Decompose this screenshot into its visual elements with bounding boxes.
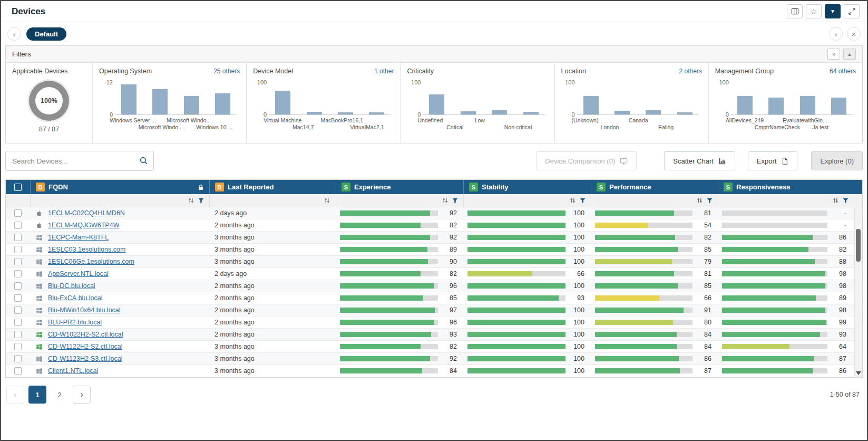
fqdn-link[interactable]: Blu-ExCA.blu.local — [48, 294, 103, 302]
row-checkbox[interactable] — [14, 319, 22, 326]
score-bar — [467, 223, 565, 228]
favorite-button[interactable]: ☆ — [806, 4, 822, 18]
score-value: 88 — [833, 258, 846, 265]
filter-bar[interactable] — [369, 112, 384, 114]
views-scroll-right-button[interactable]: › — [829, 27, 843, 41]
windows-os-icon — [35, 234, 43, 241]
filter-bar[interactable] — [800, 96, 815, 114]
filter-bar[interactable] — [646, 110, 661, 114]
applicable-devices-donut[interactable]: 100% — [29, 81, 69, 121]
fullscreen-button[interactable] — [844, 4, 860, 18]
view-tab-default[interactable]: Default — [26, 27, 66, 41]
search-input[interactable] — [5, 151, 154, 171]
column-header-fqdn[interactable]: D FQDN — [30, 180, 209, 194]
row-checkbox[interactable] — [14, 246, 22, 253]
view-close-button[interactable]: × — [847, 27, 861, 41]
fqdn-link[interactable]: 1ESLC06Ge.1esolutions.com — [48, 258, 134, 265]
filter-bar[interactable] — [215, 93, 230, 114]
filter-bar[interactable] — [677, 112, 693, 114]
last-reported-cell: 3 months ago — [209, 353, 336, 365]
filter-funnel-icon[interactable] — [452, 198, 458, 204]
fqdn-link[interactable]: AppServer.NTL.local — [48, 270, 109, 277]
filter-others-link[interactable]: 1 other — [374, 68, 394, 75]
sort-icon[interactable] — [569, 197, 576, 204]
filters-clear-button[interactable]: × — [827, 49, 840, 60]
views-scroll-left-button[interactable]: ‹ — [7, 27, 21, 41]
column-header-performance[interactable]: S Performance — [591, 180, 718, 194]
filter-bar[interactable] — [615, 111, 630, 114]
row-checkbox[interactable] — [14, 367, 22, 375]
filter-funnel-icon[interactable] — [707, 198, 713, 204]
sort-icon[interactable] — [188, 197, 194, 204]
filter-bar[interactable] — [523, 112, 539, 114]
filter-bar[interactable] — [429, 94, 444, 114]
fqdn-link[interactable]: Client1.NTL.local — [48, 367, 98, 375]
views-dropdown-button[interactable]: ▼ — [825, 4, 841, 18]
page-button-2[interactable]: 2 — [51, 386, 69, 404]
table-columns-button[interactable] — [787, 4, 803, 18]
row-checkbox[interactable] — [14, 306, 22, 314]
filter-bar[interactable] — [737, 96, 753, 114]
vertical-scrollbar[interactable] — [854, 208, 862, 377]
fqdn-link[interactable]: Blu-DC.blu.local — [48, 282, 95, 290]
row-checkbox[interactable] — [14, 331, 22, 338]
filter-funnel-icon[interactable] — [198, 198, 204, 204]
fqdn-link[interactable]: 1ESLC03.1esolutions.com — [48, 246, 125, 253]
column-header-responsiveness[interactable]: S Responsiveness — [718, 180, 862, 194]
filter-bar[interactable] — [583, 96, 599, 114]
column-header-stability[interactable]: S Stability — [463, 180, 591, 194]
sort-icon[interactable] — [696, 197, 703, 204]
fqdn-link[interactable]: CD-W1123H2-S3.ctl.local — [48, 355, 122, 362]
row-checkbox[interactable] — [14, 355, 22, 362]
row-checkbox[interactable] — [14, 294, 22, 302]
score-badge: S — [597, 183, 606, 191]
filter-bar[interactable] — [184, 96, 199, 114]
sort-icon[interactable] — [832, 197, 839, 204]
sort-icon[interactable] — [324, 197, 330, 204]
filter-bar[interactable] — [831, 98, 846, 114]
fqdn-link[interactable]: BLU-PR2.blu.local — [48, 319, 102, 326]
filter-bar[interactable] — [152, 89, 168, 114]
filter-funnel-icon[interactable] — [843, 198, 849, 204]
filter-bar[interactable] — [275, 91, 290, 114]
column-header-experience[interactable]: S Experience — [336, 180, 463, 194]
filter-bar[interactable] — [121, 84, 136, 114]
prev-page-button[interactable]: ‹ — [6, 386, 24, 404]
filter-bar[interactable] — [461, 111, 476, 114]
fqdn-link[interactable]: CD-W1122H2-S2.ctl.local — [48, 343, 122, 350]
row-checkbox[interactable] — [14, 343, 22, 350]
fqdn-link[interactable]: 1ECLM-C02CQ4HLMD6N — [48, 209, 125, 217]
filter-bar[interactable] — [492, 110, 507, 114]
row-checkbox[interactable] — [14, 258, 22, 265]
device-comparison-button[interactable]: Device Comparison (0) — [536, 151, 637, 170]
row-checkbox[interactable] — [14, 222, 22, 229]
explore-button[interactable]: Explore (0) — [811, 151, 863, 170]
scatter-chart-button[interactable]: Scatter Chart — [664, 151, 735, 170]
filter-others-link[interactable]: 64 others — [830, 68, 856, 75]
row-checkbox[interactable] — [14, 270, 22, 277]
filter-bar[interactable] — [307, 112, 322, 114]
filter-bar[interactable] — [338, 112, 353, 114]
filter-funnel-icon[interactable] — [580, 198, 586, 204]
fqdn-link[interactable]: 1ECLM-MQJGW6TP4W — [48, 222, 119, 229]
scrollbar-thumb[interactable] — [856, 229, 861, 262]
row-checkbox[interactable] — [14, 209, 22, 217]
filter-bar[interactable] — [768, 98, 784, 114]
export-button[interactable]: Export — [748, 151, 798, 170]
fqdn-link[interactable]: Blu-MWin10x64.blu.local — [48, 306, 121, 314]
filter-others-link[interactable]: 25 others — [213, 68, 240, 75]
filters-collapse-button[interactable]: ▲ — [843, 49, 856, 60]
row-checkbox[interactable] — [14, 282, 22, 290]
page-button-1[interactable]: 1 — [28, 386, 46, 404]
responsiveness-score-cell: 99 — [718, 317, 862, 328]
filter-card: Device Model 1 other 100 0 Virtual Machi… — [247, 63, 401, 143]
select-all-checkbox[interactable] — [14, 184, 22, 191]
row-checkbox[interactable] — [14, 234, 22, 241]
sort-icon[interactable] — [442, 197, 448, 204]
score-value: 84 — [698, 331, 711, 338]
fqdn-link[interactable]: 1ECPC-Mam-K8TFL — [48, 234, 109, 241]
filter-others-link[interactable]: 2 others — [679, 68, 701, 75]
column-header-last-reported[interactable]: D Last Reported — [209, 180, 336, 194]
next-page-button[interactable]: › — [73, 386, 91, 404]
fqdn-link[interactable]: CD-W1022H2-S2.ctl.local — [48, 331, 123, 338]
